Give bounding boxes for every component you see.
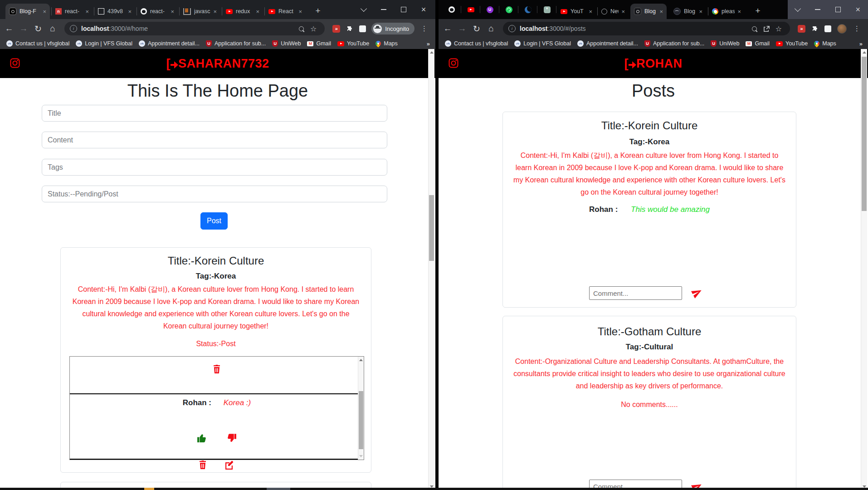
bookmark-item[interactable]: UApplication for sub... <box>206 40 266 47</box>
tab-youtube[interactable]: YouT × <box>557 4 596 19</box>
bookmark-item[interactable]: vfsContact us | vfsglobal <box>6 40 69 47</box>
bookmark-item[interactable]: UUniWeb <box>711 40 739 47</box>
bookmark-item[interactable]: MGmail <box>307 40 331 47</box>
sidebar-extension-icon[interactable] <box>824 25 831 32</box>
edit-post-icon[interactable] <box>224 460 234 470</box>
tab-search-chevron-icon[interactable] <box>354 0 374 19</box>
share-icon[interactable] <box>763 25 770 32</box>
status-input[interactable] <box>42 186 387 202</box>
tab-blog-2[interactable]: Blog × <box>670 4 706 19</box>
brand-logo[interactable]: [SAHARAN7732 <box>0 57 435 71</box>
tab-redux-youtube[interactable]: redux × <box>222 4 263 19</box>
pinned-tab-chatgpt[interactable]: * <box>537 0 556 19</box>
tab-close-icon[interactable]: × <box>43 9 46 15</box>
reload-icon[interactable]: ↻ <box>31 24 45 34</box>
tab-close-icon[interactable]: × <box>589 9 592 15</box>
forward-icon[interactable]: → <box>16 24 31 34</box>
menu-kebab-icon[interactable]: ⋮ <box>421 24 428 33</box>
address-bar[interactable]: i localhost :3000/#/home ☆ <box>64 22 325 35</box>
site-info-icon[interactable]: i <box>70 25 77 32</box>
tab-new[interactable]: New × <box>598 4 629 19</box>
tab-react-youtube[interactable]: React × <box>265 4 306 19</box>
send-comment-icon[interactable] <box>690 285 704 300</box>
tab-search-chevron-icon[interactable] <box>788 0 808 19</box>
tab-close-icon[interactable]: × <box>128 9 132 15</box>
tab-react-github[interactable]: react- × <box>137 4 178 19</box>
tab-close-icon[interactable]: × <box>621 9 625 15</box>
pinned-tab-udemy[interactable]: U <box>480 0 499 19</box>
bookmark-item[interactable]: vfsAppointment detail... <box>139 40 200 47</box>
tab-close-icon[interactable]: × <box>659 9 663 15</box>
pinned-tab-github[interactable] <box>442 0 461 19</box>
post-button[interactable]: Post <box>200 212 228 230</box>
thumbs-down-icon[interactable] <box>226 432 237 444</box>
bookmark-star-icon[interactable]: ☆ <box>775 24 782 33</box>
tab-blog[interactable]: Blog-F × <box>5 4 50 19</box>
tab-close-icon[interactable]: × <box>213 9 217 15</box>
brand-logo[interactable]: [ROHAN <box>439 57 868 71</box>
extensions-puzzle-icon[interactable] <box>811 25 819 32</box>
bookmark-item[interactable]: YouTube <box>337 40 369 47</box>
delete-comment-trash-icon[interactable] <box>211 364 222 375</box>
tab-google-search[interactable]: pleas × <box>708 4 745 19</box>
bookmark-item[interactable]: vfsAppointment detail... <box>577 40 638 47</box>
tags-input[interactable] <box>42 159 387 176</box>
tab-close-icon[interactable]: × <box>171 9 174 15</box>
bookmark-item[interactable]: vfsContact us | vfsglobal <box>445 40 508 47</box>
new-tab-button[interactable]: + <box>752 5 764 17</box>
tab-close-icon[interactable]: × <box>256 9 259 15</box>
tab-close-icon[interactable]: × <box>85 9 89 15</box>
comment-input[interactable] <box>589 286 682 300</box>
scrollbar-thumb[interactable] <box>862 57 867 211</box>
bookmarks-overflow-icon[interactable]: » <box>859 40 863 47</box>
close-button[interactable]: × <box>848 0 868 19</box>
bookmark-item[interactable]: UUniWeb <box>272 40 301 47</box>
delete-post-trash-icon[interactable] <box>197 460 208 470</box>
zoom-icon[interactable] <box>752 26 757 31</box>
tab-close-icon[interactable]: × <box>699 9 702 15</box>
thumbs-up-icon[interactable] <box>196 432 208 444</box>
download-extension-icon[interactable]: » <box>798 25 805 33</box>
bookmark-item[interactable]: UApplication for sub... <box>644 40 704 47</box>
tab-close-icon[interactable]: × <box>737 9 741 15</box>
bookmark-item[interactable]: vfsLogin | VFS Global <box>514 40 571 47</box>
title-input[interactable] <box>42 105 387 122</box>
reload-icon[interactable]: ↻ <box>469 24 484 34</box>
minimize-button[interactable] <box>808 0 828 19</box>
back-icon[interactable]: ← <box>440 24 455 34</box>
maximize-button[interactable] <box>828 0 848 19</box>
close-button[interactable]: × <box>414 0 434 19</box>
bookmarks-overflow-icon[interactable]: » <box>427 40 430 47</box>
profile-avatar[interactable] <box>837 24 847 34</box>
forward-icon[interactable]: → <box>455 24 469 34</box>
page-scrollbar[interactable] <box>428 49 434 490</box>
zoom-icon[interactable] <box>299 26 304 31</box>
bookmark-item[interactable]: YouTube <box>776 40 808 47</box>
new-tab-button[interactable]: + <box>312 5 324 17</box>
home-icon[interactable]: ⌂ <box>484 24 498 34</box>
content-input[interactable] <box>42 132 387 148</box>
home-icon[interactable]: ⌂ <box>45 24 60 34</box>
back-icon[interactable]: ← <box>2 24 16 34</box>
bookmark-star-icon[interactable]: ☆ <box>310 24 317 33</box>
comments-scrollbar[interactable] <box>358 357 364 460</box>
pinned-tab-whatsapp[interactable] <box>499 0 518 19</box>
sidebar-extension-icon[interactable] <box>359 25 366 32</box>
bookmark-item[interactable]: vfsLogin | VFS Global <box>76 40 132 47</box>
tab-javascript-so[interactable]: javasc × <box>180 4 220 19</box>
pinned-tab-youtube[interactable] <box>461 0 480 19</box>
bookmark-item[interactable]: Maps <box>375 40 398 47</box>
page-scrollbar[interactable] <box>861 49 867 490</box>
tab-close-icon[interactable]: × <box>298 9 302 15</box>
scrollbar-thumb[interactable] <box>359 391 363 449</box>
pinned-tab-moon[interactable] <box>518 0 537 19</box>
maximize-button[interactable] <box>394 0 414 19</box>
tab-blog-active[interactable]: Blog × <box>630 4 667 19</box>
extensions-puzzle-icon[interactable] <box>346 25 353 32</box>
bookmark-item[interactable]: MGmail <box>746 40 770 47</box>
download-extension-icon[interactable]: » <box>332 25 340 33</box>
tab-react-npm[interactable]: n react- × <box>52 4 93 19</box>
minimize-button[interactable] <box>374 0 394 19</box>
tab-sandbox[interactable]: 439v8 × <box>94 4 135 19</box>
site-info-icon[interactable]: i <box>508 25 516 32</box>
